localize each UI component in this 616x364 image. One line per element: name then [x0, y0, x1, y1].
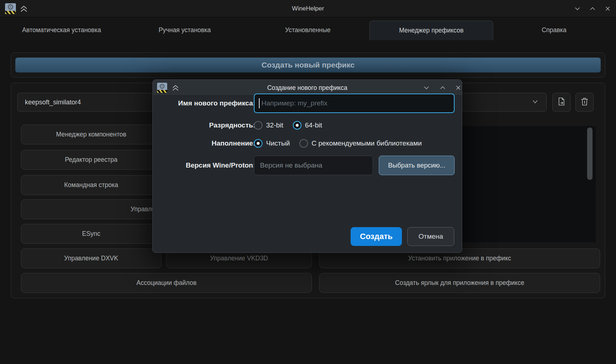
document-export-icon: [557, 97, 566, 108]
dialog-minimize-button[interactable]: [422, 83, 431, 92]
registry-editor-button[interactable]: Редактор реестра: [21, 150, 161, 170]
fill-label: Наполнение:: [161, 138, 255, 149]
prefix-name-input[interactable]: [261, 99, 450, 108]
window-title: WineHelper: [0, 0, 616, 17]
create-shortcut-button[interactable]: Создать ярлык для приложения в префиксе: [319, 273, 600, 293]
radio-32bit-label[interactable]: 32-bit: [266, 121, 283, 129]
list-scrollbar[interactable]: [587, 127, 593, 180]
delete-prefix-button[interactable]: [576, 93, 594, 112]
wine-version-label: Версия Wine/Proton:: [161, 156, 255, 175]
esync-button[interactable]: ESync: [21, 224, 161, 244]
minimize-button[interactable]: [573, 4, 582, 13]
tab-installed[interactable]: Установленные: [246, 21, 369, 40]
tab-bar: Автоматическая установка Ручная установк…: [0, 17, 616, 40]
components-manager-button[interactable]: Менеджер компонентов: [21, 125, 161, 144]
prefix-name-input-wrap: [254, 94, 455, 113]
file-associations-button[interactable]: Ассоциации файлов: [21, 273, 312, 293]
backup-prefix-button[interactable]: [552, 93, 571, 112]
dxvk-button[interactable]: Управление DXVK: [21, 248, 161, 268]
arch-label: Разрядность:: [161, 120, 255, 131]
dialog-cancel-button[interactable]: Отмена: [407, 227, 454, 246]
radio-recommended-libs[interactable]: [299, 139, 308, 148]
chevron-down-icon: [531, 98, 539, 107]
radio-64bit-label[interactable]: 64-bit: [305, 121, 322, 129]
dialog-close-button[interactable]: [454, 83, 463, 92]
new-prefix-dialog: ⚙ Создание нового префикса Имя нового пр…: [152, 79, 462, 253]
radio-clean-label[interactable]: Чистый: [266, 139, 290, 147]
tab-prefix-manager[interactable]: Менеджер префиксов: [369, 21, 493, 40]
wine-version-value: Версия не выбрана: [260, 161, 322, 169]
tab-help[interactable]: Справка: [493, 21, 616, 40]
radio-clean[interactable]: [254, 139, 263, 148]
radio-recommended-libs-label[interactable]: С рекомендуемыми библиотеками: [312, 139, 422, 147]
wine-version-value-field: Версия не выбрана: [254, 156, 373, 175]
fill-options: Чистый С рекомендуемыми библиотеками: [254, 138, 431, 149]
prefix-select-value: keepsoft_similator4: [25, 99, 81, 106]
arch-options: 32-bit 64-bit: [254, 120, 331, 131]
prefix-name-label: Имя нового префикса:: [161, 94, 255, 113]
window-titlebar: ⚙ WineHelper: [0, 0, 616, 17]
text-caret: [259, 98, 260, 108]
command-line-button[interactable]: Командная строка: [21, 175, 161, 195]
radio-64bit[interactable]: [293, 121, 302, 130]
maximize-button[interactable]: [588, 4, 597, 13]
dialog-create-button[interactable]: Создать: [351, 227, 402, 246]
tab-manual-install[interactable]: Ручная установка: [123, 21, 246, 40]
dialog-maximize-button[interactable]: [438, 83, 447, 92]
tab-auto-install[interactable]: Автоматическая установка: [0, 21, 123, 40]
radio-32bit[interactable]: [254, 121, 263, 130]
trash-icon: [580, 97, 589, 108]
create-new-prefix-button[interactable]: Создать новый префикс: [15, 57, 601, 73]
close-button[interactable]: [603, 4, 612, 13]
choose-version-button[interactable]: Выбрать версию...: [379, 156, 455, 175]
